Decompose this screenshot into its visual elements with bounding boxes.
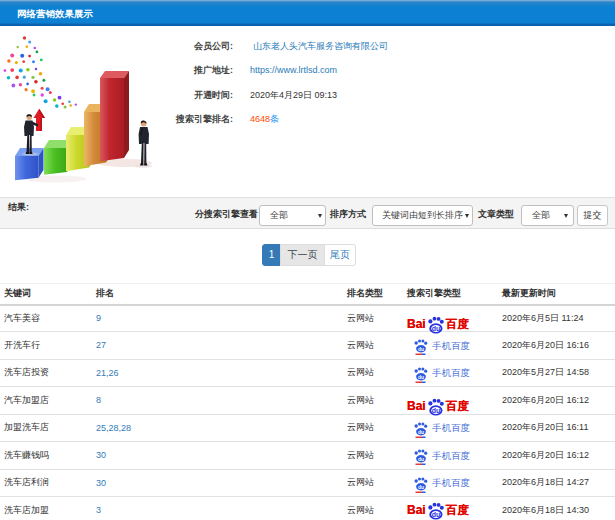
svg-text:du: du [418, 373, 424, 379]
svg-text:du: du [418, 428, 424, 434]
svg-text:du: du [418, 346, 424, 352]
svg-text:du: du [418, 456, 424, 462]
svg-text:du: du [432, 511, 441, 518]
svg-text:du: du [418, 483, 424, 489]
svg-text:du: du [432, 407, 441, 414]
svg-text:du: du [432, 325, 441, 332]
